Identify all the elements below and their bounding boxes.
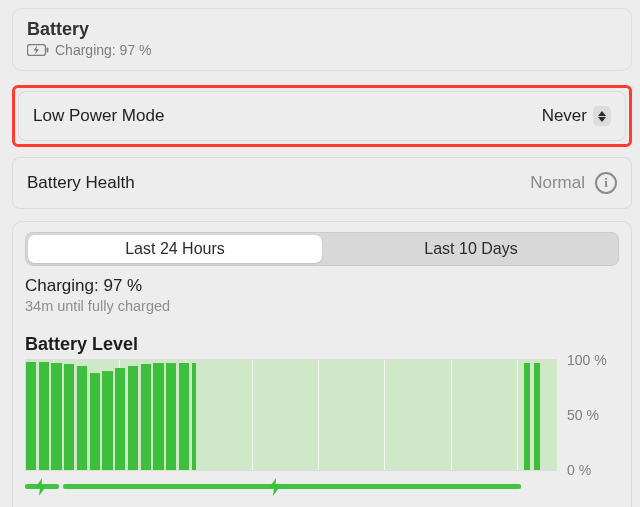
battery-header-card: Battery Charging: 97 % [12, 8, 632, 71]
chart-bar [192, 363, 196, 470]
charging-summary: Charging: 97 % [25, 276, 619, 296]
chart-bar [90, 373, 100, 470]
low-power-mode-select[interactable]: Never [542, 106, 611, 126]
chart-bar [64, 364, 74, 470]
tab-last-10-days[interactable]: Last 10 Days [324, 233, 618, 265]
chart-bar [153, 363, 163, 470]
low-power-mode-value: Never [542, 106, 587, 126]
chart-y-axis: 100 % 50 % 0 % [557, 359, 619, 471]
battery-graph-card: Last 24 Hours Last 10 Days Charging: 97 … [12, 221, 632, 507]
charging-track [25, 481, 557, 491]
low-power-mode-label: Low Power Mode [33, 106, 164, 126]
battery-charging-icon [27, 44, 49, 56]
info-icon[interactable]: i [595, 172, 617, 194]
page-title: Battery [27, 19, 617, 40]
chart-bar [179, 363, 189, 470]
svg-marker-2 [34, 46, 40, 55]
chart-bar [26, 362, 36, 470]
chart-bar [524, 363, 530, 470]
chart-title: Battery Level [25, 334, 619, 355]
y-tick-100: 100 % [567, 352, 607, 368]
tab-last-24-hours[interactable]: Last 24 Hours [28, 235, 322, 263]
battery-health-right: Normal i [530, 172, 617, 194]
y-tick-50: 50 % [567, 407, 599, 423]
chart-bar [115, 368, 125, 470]
bolt-icon [31, 477, 51, 497]
chart-bar [534, 363, 540, 470]
battery-level-chart: 100 % 50 % 0 % [25, 359, 619, 471]
chart-bar [102, 371, 112, 470]
charging-eta: 34m until fully charged [25, 298, 619, 314]
charging-indicator-row [25, 475, 619, 497]
svg-rect-1 [47, 47, 49, 52]
chart-bar [166, 363, 176, 470]
battery-health-row[interactable]: Battery Health Normal i [12, 157, 632, 209]
low-power-mode-row[interactable]: Low Power Mode Never [18, 91, 626, 141]
svg-marker-3 [35, 478, 47, 496]
chart-bar [141, 364, 151, 470]
chart-bar [77, 366, 87, 471]
battery-health-label: Battery Health [27, 173, 135, 193]
low-power-mode-highlight: Low Power Mode Never [12, 85, 632, 147]
chart-bar [128, 366, 138, 471]
battery-status-text: Charging: 97 % [55, 42, 152, 58]
chart-bar [39, 362, 49, 470]
bolt-icon [265, 477, 285, 497]
chevron-up-down-icon[interactable] [593, 106, 611, 126]
chart-plot-area [25, 359, 557, 471]
battery-status: Charging: 97 % [27, 42, 617, 58]
svg-marker-4 [269, 478, 281, 496]
time-range-segmented[interactable]: Last 24 Hours Last 10 Days [25, 232, 619, 266]
chart-bar [51, 363, 61, 470]
battery-health-value: Normal [530, 173, 585, 193]
